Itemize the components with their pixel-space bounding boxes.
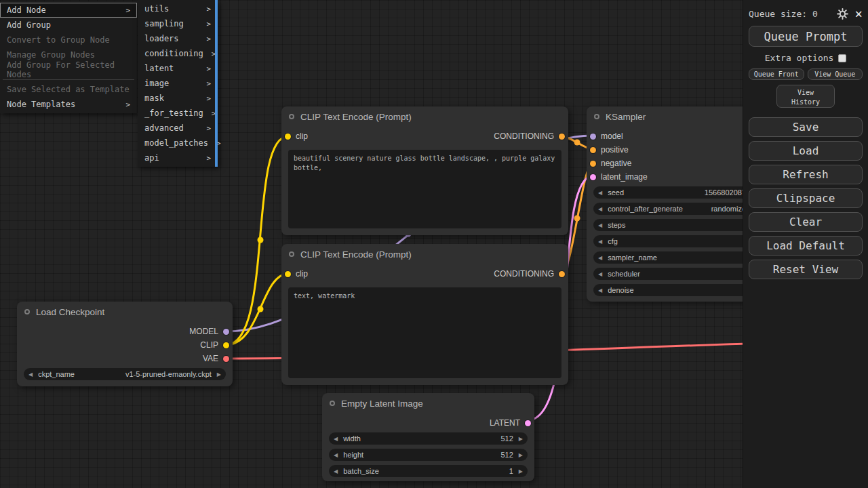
view-history-button[interactable]: View History <box>776 85 835 108</box>
widget-height[interactable]: ◀ height 512 ▶ <box>329 449 528 461</box>
collapse-dot-icon[interactable] <box>594 114 599 119</box>
prev-option-arrow-icon[interactable]: ◀ <box>28 371 33 378</box>
widget-scheduler[interactable]: ◀ scheduler <box>593 268 756 280</box>
widget-batch-size[interactable]: ◀ batch_size 1 ▶ <box>329 465 528 477</box>
node-title: Empty Latent Image <box>341 399 423 409</box>
input-slot-negative-icon[interactable] <box>590 161 596 167</box>
load-default-button[interactable]: Load Default <box>749 236 863 256</box>
submenu-item-conditioning[interactable]: conditioning > <box>138 46 218 61</box>
decrement-arrow-icon[interactable]: ◀ <box>598 206 602 212</box>
submenu-arrow-icon: > <box>206 35 211 43</box>
decrement-arrow-icon[interactable]: ◀ <box>598 271 602 277</box>
node-graph-canvas[interactable]: CLIP Text Encode (Prompt) clip CONDITION… <box>0 0 868 488</box>
input-slot-latent-image-icon[interactable] <box>590 174 596 180</box>
output-slot-latent-icon[interactable] <box>525 420 531 426</box>
output-slot-vae-icon[interactable] <box>223 356 229 362</box>
widget-sampler-name[interactable]: ◀ sampler_name <box>593 251 756 264</box>
reset-view-button[interactable]: Reset View <box>749 260 863 279</box>
input-slot-clip-icon[interactable] <box>285 134 291 140</box>
node-header[interactable]: CLIP Text Encode (Prompt) <box>281 106 568 127</box>
widget-label: denoise <box>608 286 634 294</box>
submenu-scrollbar[interactable] <box>215 0 218 167</box>
node-clip-text-encode-negative[interactable]: CLIP Text Encode (Prompt) clip CONDITION… <box>281 244 568 385</box>
prompt-text-area[interactable]: text, watermark <box>288 287 561 378</box>
node-title: CLIP Text Encode (Prompt) <box>300 249 412 260</box>
wire-midpoint-dot-negative <box>574 216 580 222</box>
output-slot-conditioning-icon[interactable] <box>559 271 565 277</box>
decrement-arrow-icon[interactable]: ◀ <box>598 287 602 293</box>
next-option-arrow-icon[interactable]: ▶ <box>217 371 221 378</box>
node-clip-text-encode-positive[interactable]: CLIP Text Encode (Prompt) clip CONDITION… <box>281 106 568 235</box>
node-header[interactable]: CLIP Text Encode (Prompt) <box>281 244 568 264</box>
submenu-item-for-testing[interactable]: _for_testing > <box>138 106 218 121</box>
submenu-item-sampling[interactable]: sampling > <box>138 16 218 31</box>
widget-label: seed <box>608 188 624 197</box>
widget-steps[interactable]: ◀ steps <box>593 219 756 231</box>
widget-width[interactable]: ◀ width 512 ▶ <box>329 432 528 445</box>
input-slot-clip-icon[interactable] <box>285 271 291 277</box>
node-header[interactable]: Empty Latent Image <box>322 393 534 413</box>
decrement-arrow-icon[interactable]: ◀ <box>598 255 602 261</box>
node-ksampler[interactable]: KSampler model positive negative <box>587 106 763 302</box>
clipspace-button[interactable]: Clipspace <box>749 188 863 208</box>
increment-arrow-icon[interactable]: ▶ <box>519 436 523 442</box>
input-slot-positive-icon[interactable] <box>590 147 596 153</box>
menu-item-add-group[interactable]: Add Group <box>0 18 137 33</box>
input-slot-model-icon[interactable] <box>590 134 596 140</box>
widget-ckpt-name[interactable]: ◀ ckpt_name v1-5-pruned-emaonly.ckpt ▶ <box>24 368 226 380</box>
widget-control-after-generate[interactable]: ◀ control_after_generate randomize <box>593 203 756 215</box>
collapse-dot-icon[interactable] <box>330 401 335 406</box>
widget-seed[interactable]: ◀ seed 1566802087 <box>593 186 756 199</box>
settings-gear-icon[interactable] <box>837 8 848 20</box>
load-button[interactable]: Load <box>749 141 863 161</box>
widget-label: scheduler <box>608 270 640 278</box>
save-button[interactable]: Save <box>749 117 863 137</box>
node-header[interactable]: KSampler <box>587 106 763 127</box>
submenu-item-utils[interactable]: utils > <box>138 1 218 16</box>
decrement-arrow-icon[interactable]: ◀ <box>334 452 338 458</box>
submenu-item-image[interactable]: image > <box>138 76 218 91</box>
output-slot-model-icon[interactable] <box>223 329 229 335</box>
menu-item-add-node[interactable]: Add Node > <box>0 3 137 18</box>
submenu-item-model-patches[interactable]: model_patches > <box>138 136 218 150</box>
input-slot-label: clip <box>296 131 308 141</box>
submenu-arrow-icon: > <box>125 6 130 15</box>
collapse-dot-icon[interactable] <box>24 309 30 314</box>
close-panel-icon[interactable]: × <box>855 7 863 20</box>
increment-arrow-icon[interactable]: ▶ <box>519 468 523 474</box>
widget-cfg[interactable]: ◀ cfg <box>593 235 756 247</box>
wire-midpoint-dot-clip-1 <box>258 237 264 243</box>
decrement-arrow-icon[interactable]: ◀ <box>598 222 602 228</box>
submenu-item-loaders[interactable]: loaders > <box>138 31 218 46</box>
submenu-item-api[interactable]: api > <box>138 150 218 165</box>
increment-arrow-icon[interactable]: ▶ <box>519 452 523 458</box>
decrement-arrow-icon[interactable]: ◀ <box>598 239 602 245</box>
extra-options-checkbox[interactable] <box>838 54 846 62</box>
decrement-arrow-icon[interactable]: ◀ <box>598 190 602 196</box>
prompt-text-area[interactable]: beautiful scenery nature glass bottle la… <box>288 150 561 228</box>
decrement-arrow-icon[interactable]: ◀ <box>334 468 338 474</box>
output-slot-label: CONDITIONING <box>494 131 554 141</box>
menu-item-node-templates[interactable]: Node Templates > <box>0 97 137 112</box>
widget-value: 512 <box>500 451 513 459</box>
widget-denoise[interactable]: ◀ denoise <box>593 284 756 296</box>
output-slot-conditioning-icon[interactable] <box>559 134 565 140</box>
collapse-dot-icon[interactable] <box>289 251 294 257</box>
menu-separator <box>3 79 134 80</box>
node-load-checkpoint[interactable]: Load Checkpoint MODEL CLIP VAE <box>17 302 233 386</box>
view-queue-button[interactable]: View Queue <box>808 68 863 80</box>
submenu-item-advanced[interactable]: advanced > <box>138 121 218 136</box>
widget-label: width <box>343 434 361 443</box>
submenu-item-latent[interactable]: latent > <box>138 61 218 76</box>
clear-button[interactable]: Clear <box>749 212 863 232</box>
queue-prompt-button[interactable]: Queue Prompt <box>749 26 863 47</box>
submenu-item-mask[interactable]: mask > <box>138 91 218 106</box>
refresh-button[interactable]: Refresh <box>749 165 863 184</box>
submenu-arrow-icon: > <box>206 5 211 14</box>
output-slot-clip-icon[interactable] <box>223 342 229 348</box>
collapse-dot-icon[interactable] <box>289 114 294 119</box>
node-empty-latent-image[interactable]: Empty Latent Image LATENT ◀ width 512 ▶ … <box>322 393 534 481</box>
decrement-arrow-icon[interactable]: ◀ <box>334 436 338 442</box>
queue-front-button[interactable]: Queue Front <box>749 68 804 80</box>
node-header[interactable]: Load Checkpoint <box>17 302 233 322</box>
